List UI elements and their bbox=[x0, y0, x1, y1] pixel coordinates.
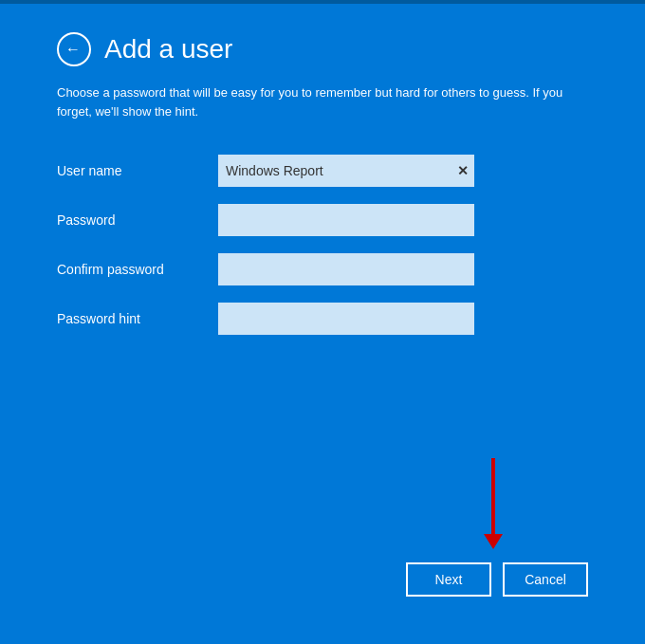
password-row: Password bbox=[57, 204, 588, 236]
arrow-head-icon bbox=[484, 534, 503, 549]
password-input[interactable] bbox=[218, 204, 474, 236]
back-arrow-icon: ← bbox=[65, 42, 81, 57]
page-container: ← Add a user Choose a password that will… bbox=[0, 4, 645, 644]
spacer bbox=[57, 352, 588, 562]
page-description: Choose a password that will be easy for … bbox=[57, 83, 588, 120]
password-hint-row: Password hint bbox=[57, 303, 588, 335]
arrow-shaft bbox=[491, 458, 495, 534]
password-hint-label: Password hint bbox=[57, 311, 218, 326]
page-title: Add a user bbox=[104, 34, 232, 64]
username-input-wrapper: ✕ bbox=[218, 155, 474, 187]
password-label: Password bbox=[57, 212, 218, 228]
arrow-indicator bbox=[484, 458, 503, 549]
username-input[interactable] bbox=[218, 155, 474, 187]
username-label: User name bbox=[57, 163, 218, 178]
confirm-password-row: Confirm password bbox=[57, 253, 588, 285]
confirm-password-input[interactable] bbox=[218, 253, 474, 285]
username-clear-button[interactable]: ✕ bbox=[457, 164, 469, 177]
next-button[interactable]: Next bbox=[406, 562, 491, 597]
confirm-password-label: Confirm password bbox=[57, 262, 218, 277]
cancel-button[interactable]: Cancel bbox=[503, 562, 588, 597]
page-header: ← Add a user bbox=[57, 32, 588, 66]
button-row: Next Cancel bbox=[57, 562, 588, 616]
form-area: User name ✕ Password Confirm password Pa… bbox=[57, 155, 588, 352]
password-hint-input[interactable] bbox=[218, 303, 474, 335]
username-row: User name ✕ bbox=[57, 155, 588, 187]
back-button[interactable]: ← bbox=[57, 32, 91, 66]
